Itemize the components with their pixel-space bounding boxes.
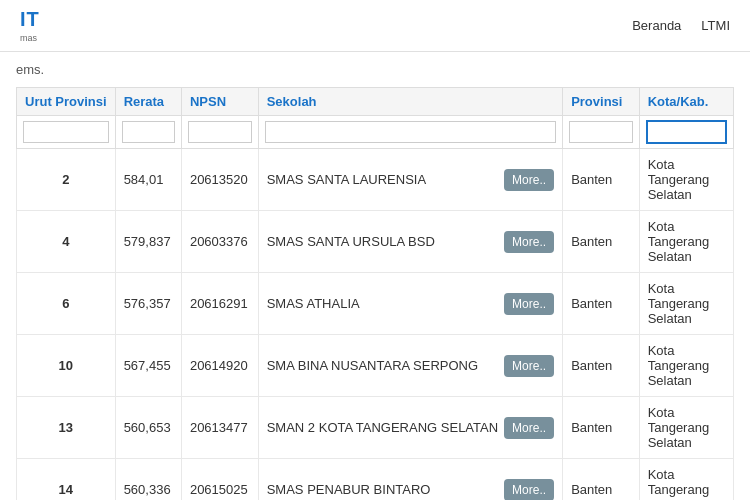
table-row: 6576,35720616291SMAS ATHALIAMore..Banten… xyxy=(17,273,734,335)
filter-sekolah[interactable] xyxy=(265,121,556,143)
col-header-kotakab: Kota/Kab. xyxy=(639,88,733,116)
sekolah-name: SMAS SANTA URSULA BSD xyxy=(267,234,498,249)
cell-rerata: 560,653 xyxy=(115,397,181,459)
logo: IT xyxy=(20,8,40,31)
filter-provinsi[interactable] xyxy=(569,121,633,143)
sekolah-name: SMAS ATHALIA xyxy=(267,296,498,311)
cell-provinsi: Banten xyxy=(563,335,640,397)
filter-npsn[interactable] xyxy=(188,121,252,143)
cell-urut: 14 xyxy=(17,459,116,501)
cell-provinsi: Banten xyxy=(563,211,640,273)
sekolah-name: SMA BINA NUSANTARA SERPONG xyxy=(267,358,498,373)
cell-rerata: 584,01 xyxy=(115,149,181,211)
cell-sekolah: SMAS PENABUR BINTAROMore.. xyxy=(258,459,562,501)
table-wrapper: Urut Provinsi Rerata NPSN Sekolah Provin… xyxy=(16,87,734,500)
more-button[interactable]: More.. xyxy=(504,479,554,501)
cell-kotakab: Kota Tangerang Selatan xyxy=(639,211,733,273)
cell-rerata: 576,357 xyxy=(115,273,181,335)
cell-kotakab: Kota Tangerang Selatan xyxy=(639,273,733,335)
table-filter-row xyxy=(17,116,734,149)
table-body: 2584,0120613520SMAS SANTA LAURENSIAMore.… xyxy=(17,149,734,501)
filter-rerata[interactable] xyxy=(122,121,175,143)
filter-urut[interactable] xyxy=(23,121,109,143)
sekolah-name: SMAS SANTA LAURENSIA xyxy=(267,172,498,187)
cell-provinsi: Banten xyxy=(563,149,640,211)
filter-kotakab[interactable] xyxy=(646,120,727,144)
nav-links: Beranda LTMI xyxy=(632,18,730,33)
col-header-npsn: NPSN xyxy=(181,88,258,116)
logo-sub: mas xyxy=(20,33,40,43)
cell-urut: 6 xyxy=(17,273,116,335)
subtitle: ems. xyxy=(16,62,734,77)
main-content: ems. Urut Provinsi Rerata NPSN Sekolah P… xyxy=(0,52,750,500)
cell-sekolah: SMAS SANTA URSULA BSDMore.. xyxy=(258,211,562,273)
cell-rerata: 579,837 xyxy=(115,211,181,273)
logo-area: IT mas xyxy=(20,8,40,43)
data-table: Urut Provinsi Rerata NPSN Sekolah Provin… xyxy=(16,87,734,500)
cell-kotakab: Kota Tangerang Selatan xyxy=(639,335,733,397)
more-button[interactable]: More.. xyxy=(504,231,554,253)
cell-npsn: 20615025 xyxy=(181,459,258,501)
more-button[interactable]: More.. xyxy=(504,169,554,191)
cell-npsn: 20614920 xyxy=(181,335,258,397)
cell-npsn: 20603376 xyxy=(181,211,258,273)
cell-sekolah: SMAS SANTA LAURENSIAMore.. xyxy=(258,149,562,211)
cell-urut: 10 xyxy=(17,335,116,397)
nav-ltmi[interactable]: LTMI xyxy=(701,18,730,33)
more-button[interactable]: More.. xyxy=(504,293,554,315)
col-header-sekolah: Sekolah xyxy=(258,88,562,116)
cell-provinsi: Banten xyxy=(563,459,640,501)
cell-sekolah: SMA BINA NUSANTARA SERPONGMore.. xyxy=(258,335,562,397)
cell-urut: 4 xyxy=(17,211,116,273)
cell-kotakab: Kota Tangerang Selatan xyxy=(639,397,733,459)
cell-npsn: 20613520 xyxy=(181,149,258,211)
cell-npsn: 20616291 xyxy=(181,273,258,335)
col-header-urut: Urut Provinsi xyxy=(17,88,116,116)
cell-sekolah: SMAS ATHALIAMore.. xyxy=(258,273,562,335)
nav-beranda[interactable]: Beranda xyxy=(632,18,681,33)
sekolah-name: SMAS PENABUR BINTARO xyxy=(267,482,498,497)
table-row: 2584,0120613520SMAS SANTA LAURENSIAMore.… xyxy=(17,149,734,211)
table-row: 4579,83720603376SMAS SANTA URSULA BSDMor… xyxy=(17,211,734,273)
cell-urut: 13 xyxy=(17,397,116,459)
more-button[interactable]: More.. xyxy=(504,355,554,377)
col-header-provinsi: Provinsi xyxy=(563,88,640,116)
cell-kotakab: Kota Tangerang Selatan xyxy=(639,459,733,501)
cell-npsn: 20613477 xyxy=(181,397,258,459)
cell-provinsi: Banten xyxy=(563,273,640,335)
page-header: IT mas Beranda LTMI xyxy=(0,0,750,52)
cell-sekolah: SMAN 2 KOTA TANGERANG SELATANMore.. xyxy=(258,397,562,459)
cell-urut: 2 xyxy=(17,149,116,211)
sekolah-name: SMAN 2 KOTA TANGERANG SELATAN xyxy=(267,420,498,435)
col-header-rerata: Rerata xyxy=(115,88,181,116)
more-button[interactable]: More.. xyxy=(504,417,554,439)
table-row: 13560,65320613477SMAN 2 KOTA TANGERANG S… xyxy=(17,397,734,459)
cell-rerata: 567,455 xyxy=(115,335,181,397)
table-row: 10567,45520614920SMA BINA NUSANTARA SERP… xyxy=(17,335,734,397)
cell-kotakab: Kota Tangerang Selatan xyxy=(639,149,733,211)
table-row: 14560,33620615025SMAS PENABUR BINTAROMor… xyxy=(17,459,734,501)
cell-provinsi: Banten xyxy=(563,397,640,459)
cell-rerata: 560,336 xyxy=(115,459,181,501)
table-header-row: Urut Provinsi Rerata NPSN Sekolah Provin… xyxy=(17,88,734,116)
